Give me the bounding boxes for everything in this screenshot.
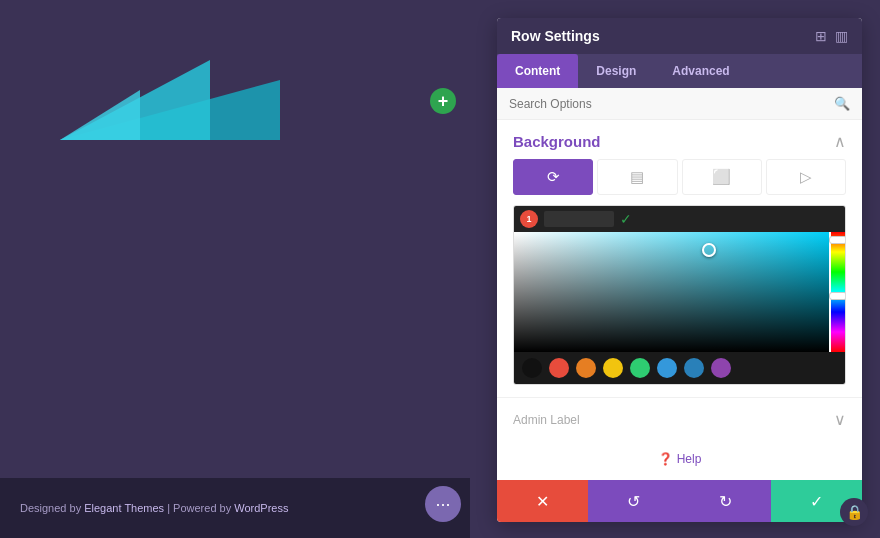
- gradient-icon: ▤: [630, 168, 644, 186]
- help-section: ❓ Help: [497, 441, 862, 480]
- expand-icon[interactable]: ▥: [835, 28, 848, 44]
- panel-tabs: Content Design Advanced: [497, 54, 862, 88]
- panel-footer: ✕ ↺ ↻ ✓: [497, 480, 862, 522]
- bg-type-gradient[interactable]: ▤: [597, 159, 677, 195]
- ellipsis-icon: ···: [435, 494, 450, 515]
- background-type-tabs: ⟳ ▤ ⬜ ▷: [497, 159, 862, 205]
- help-link[interactable]: ❓ Help: [658, 452, 702, 466]
- swatch-light-blue[interactable]: [657, 358, 677, 378]
- cancel-icon: ✕: [536, 492, 549, 511]
- spectrum-gradient: [514, 232, 829, 352]
- background-section-title: Background: [513, 133, 601, 150]
- admin-label-section: Admin Label ∨: [497, 397, 862, 441]
- bg-type-color[interactable]: ⟳: [513, 159, 593, 195]
- lock-icon: 🔒: [846, 504, 863, 520]
- svg-marker-2: [60, 90, 140, 140]
- float-menu-button[interactable]: ···: [425, 486, 461, 522]
- color-indicator: 1: [520, 210, 538, 228]
- hue-cursor-1[interactable]: [829, 236, 845, 244]
- swatch-yellow[interactable]: [603, 358, 623, 378]
- redo-button[interactable]: ↻: [680, 480, 771, 522]
- swatch-red[interactable]: [549, 358, 569, 378]
- color-swatches-strip: [514, 352, 845, 384]
- search-input[interactable]: [509, 97, 834, 111]
- search-icon: 🔍: [834, 96, 850, 111]
- redo-icon: ↻: [719, 492, 732, 511]
- help-text: Help: [677, 452, 702, 466]
- admin-label-toggle-icon[interactable]: ∨: [834, 410, 846, 429]
- hex-bar: 1 800cef7 ✓: [514, 206, 845, 232]
- color-wheel-icon: ⟳: [547, 168, 560, 186]
- tab-design[interactable]: Design: [578, 54, 654, 88]
- panel-header: Row Settings ⊞ ▥: [497, 18, 862, 54]
- hex-input[interactable]: 800cef7: [544, 211, 614, 227]
- tab-content[interactable]: Content: [497, 54, 578, 88]
- color-picker[interactable]: 1 800cef7 ✓: [513, 205, 846, 385]
- canvas-footer: Designed by Elegant Themes | Powered by …: [0, 478, 470, 538]
- swatch-green[interactable]: [630, 358, 650, 378]
- panel-content: Background ∧ ⟳ ▤ ⬜ ▷ 1 800cef7 ✓: [497, 120, 862, 480]
- search-bar: 🔍: [497, 88, 862, 120]
- footer-text: Designed by Elegant Themes | Powered by …: [20, 502, 288, 514]
- panel-header-icons: ⊞ ▥: [815, 28, 848, 44]
- undo-button[interactable]: ↺: [588, 480, 679, 522]
- admin-label-text: Admin Label: [513, 413, 580, 427]
- settings-panel: Row Settings ⊞ ▥ Content Design Advanced…: [497, 18, 862, 522]
- section-collapse-icon[interactable]: ∧: [834, 132, 846, 151]
- add-button[interactable]: +: [430, 88, 456, 114]
- bg-type-video[interactable]: ▷: [766, 159, 846, 195]
- undo-icon: ↺: [627, 492, 640, 511]
- responsive-icon[interactable]: ⊞: [815, 28, 827, 44]
- swatch-orange[interactable]: [576, 358, 596, 378]
- spectrum-area[interactable]: [514, 232, 845, 352]
- image-icon: ⬜: [712, 168, 731, 186]
- decorative-triangle: [60, 50, 280, 140]
- background-section-header: Background ∧: [497, 120, 862, 159]
- spectrum-cursor[interactable]: [702, 243, 716, 257]
- bg-type-image[interactable]: ⬜: [682, 159, 762, 195]
- video-icon: ▷: [800, 168, 812, 186]
- cancel-button[interactable]: ✕: [497, 480, 588, 522]
- panel-title: Row Settings: [511, 28, 600, 44]
- save-icon: ✓: [810, 492, 823, 511]
- swatch-blue[interactable]: [684, 358, 704, 378]
- hue-cursor-2[interactable]: [829, 292, 845, 300]
- footer-brand1-link[interactable]: Elegant Themes: [84, 502, 164, 514]
- tab-advanced[interactable]: Advanced: [654, 54, 747, 88]
- help-icon: ❓: [658, 452, 673, 466]
- lock-icon-button[interactable]: 🔒: [840, 498, 868, 526]
- confirm-color-icon[interactable]: ✓: [620, 211, 632, 227]
- footer-brand2-link[interactable]: WordPress: [234, 502, 288, 514]
- swatch-purple[interactable]: [711, 358, 731, 378]
- swatch-black[interactable]: [522, 358, 542, 378]
